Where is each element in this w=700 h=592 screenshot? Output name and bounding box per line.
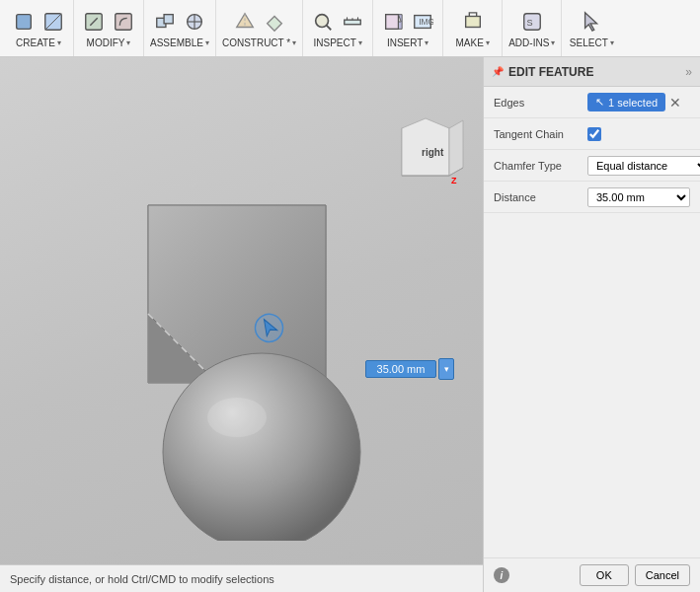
edges-selector-button[interactable]: ↖ 1 selected	[587, 93, 665, 111]
ok-button[interactable]: OK	[580, 564, 629, 586]
svg-point-30	[163, 353, 360, 541]
assemble-label[interactable]: ASSEMBLE ▾	[150, 37, 209, 48]
edges-selector-icon: ↖	[595, 96, 604, 109]
statusbar: Specify distance, or hold Ctrl/CMD to mo…	[0, 564, 483, 592]
measure-icon[interactable]	[339, 8, 366, 36]
panel-expand-icon[interactable]: »	[685, 65, 692, 79]
svg-point-13	[316, 15, 329, 28]
addins-icon[interactable]: S	[518, 8, 546, 36]
toolbar: CREATE ▾ MODIFY ▾	[0, 0, 700, 57]
panel-title: EDIT FEATURE	[508, 65, 685, 79]
edges-clear-button[interactable]: ✕	[669, 96, 681, 110]
create-sketch-icon[interactable]	[39, 8, 67, 36]
make-group: MAKE ▾	[443, 0, 503, 56]
construct-group: CONSTRUCT * ▾	[216, 0, 303, 56]
chamfer-type-select[interactable]: Equal distance Two distances Distance an…	[587, 156, 700, 176]
modify-icon[interactable]	[80, 8, 108, 36]
svg-text:IMG: IMG	[420, 18, 434, 27]
create-solid-icon[interactable]	[10, 8, 38, 36]
distance-input[interactable]: 35.00 mm	[365, 360, 436, 378]
assemble-icon[interactable]	[151, 8, 179, 36]
distance-value-select[interactable]: 35.00 mm	[587, 187, 690, 207]
svg-text:right: right	[422, 147, 444, 158]
select-icon[interactable]	[578, 8, 605, 36]
insert-label[interactable]: INSERT ▾	[387, 37, 429, 48]
inspect-icon[interactable]	[309, 8, 337, 36]
create-group: CREATE ▾	[4, 0, 74, 56]
svg-marker-36	[449, 120, 463, 176]
construct-icon[interactable]	[231, 8, 259, 36]
svg-marker-20	[399, 15, 403, 30]
modify-fillet-icon[interactable]	[110, 8, 137, 36]
panel-header: 📌 EDIT FEATURE »	[484, 57, 700, 87]
tangent-chain-label: Tangent Chain	[494, 128, 587, 140]
chamfer-type-control: Equal distance Two distances Distance an…	[587, 156, 700, 176]
distance-dropdown-button[interactable]: ▾	[438, 358, 454, 380]
insert-group: IMG INSERT ▾	[373, 0, 443, 56]
svg-rect-6	[164, 15, 173, 24]
addins-group: S ADD-INS ▾	[503, 0, 562, 56]
edges-control: ↖ 1 selected ✕	[587, 93, 690, 111]
make-label[interactable]: MAKE ▾	[456, 37, 490, 48]
tangent-chain-control	[587, 127, 690, 141]
inspect-label[interactable]: INSPECT ▾	[314, 37, 362, 48]
canvas-icon[interactable]: IMG	[409, 8, 436, 36]
svg-text:S: S	[526, 18, 532, 28]
pin-icon: 📌	[492, 66, 504, 77]
svg-rect-4	[116, 14, 132, 31]
edges-label: Edges	[494, 97, 587, 109]
svg-point-31	[207, 398, 267, 437]
select-group: SELECT ▾	[562, 0, 621, 56]
status-text: Specify distance, or hold Ctrl/CMD to mo…	[10, 573, 274, 585]
info-icon[interactable]: i	[494, 567, 509, 583]
edit-feature-panel: 📌 EDIT FEATURE » Edges ↖ 1 selected ✕ Ta…	[483, 57, 700, 592]
edges-row: Edges ↖ 1 selected ✕	[484, 87, 700, 118]
viewport[interactable]: 35.00 mm ▾ right Z Specify	[0, 57, 483, 592]
chamfer-type-row: Chamfer Type Equal distance Two distance…	[484, 150, 700, 182]
distance-label: Distance	[494, 191, 587, 203]
inspect-group: INSPECT ▾	[303, 0, 373, 56]
svg-line-14	[327, 26, 332, 31]
distance-overlay: 35.00 mm ▾	[365, 358, 454, 380]
edges-count: 1 selected	[608, 97, 658, 109]
svg-rect-19	[386, 15, 399, 30]
cancel-button[interactable]: Cancel	[635, 564, 690, 586]
chamfer-type-label: Chamfer Type	[494, 160, 587, 172]
modify-group: MODIFY ▾	[74, 0, 144, 56]
addins-label[interactable]: ADD-INS ▾	[508, 37, 555, 48]
joint-icon[interactable]	[181, 8, 208, 36]
main-area: 35.00 mm ▾ right Z Specify	[0, 57, 700, 592]
tangent-chain-row: Tangent Chain	[484, 118, 700, 150]
svg-rect-23	[465, 17, 480, 28]
viewcube[interactable]: right Z	[394, 116, 463, 185]
3d-object	[99, 185, 375, 541]
construct-label[interactable]: CONSTRUCT * ▾	[222, 37, 296, 48]
svg-text:Z: Z	[451, 176, 457, 185]
panel-buttons: OK Cancel	[580, 564, 690, 586]
assemble-group: ASSEMBLE ▾	[144, 0, 216, 56]
svg-marker-26	[585, 13, 597, 31]
svg-marker-12	[267, 17, 281, 32]
distance-row: Distance 35.00 mm	[484, 182, 700, 213]
distance-control: 35.00 mm	[587, 187, 690, 207]
create-label[interactable]: CREATE ▾	[16, 37, 61, 48]
select-label[interactable]: SELECT ▾	[570, 37, 614, 48]
make-icon[interactable]	[459, 8, 487, 36]
svg-rect-15	[345, 20, 361, 25]
modify-label[interactable]: MODIFY ▾	[87, 37, 131, 48]
svg-rect-0	[17, 15, 32, 30]
insert-icon[interactable]	[379, 8, 407, 36]
plane-icon[interactable]	[261, 8, 288, 36]
tangent-chain-checkbox[interactable]	[587, 127, 601, 141]
